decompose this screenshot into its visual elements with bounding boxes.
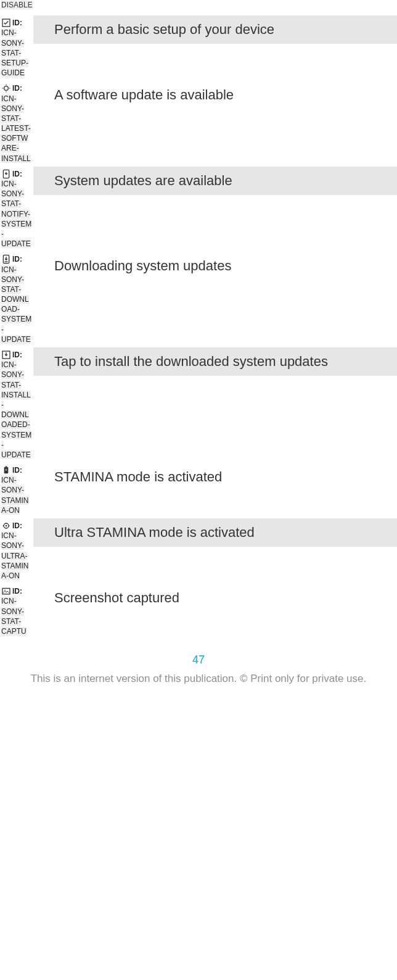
ultra-stamina-icon xyxy=(1,521,11,531)
id-text: ICN-SONY-ULTRA-STAMINA-ON xyxy=(1,531,28,580)
id-text: ICN-SONY-STAT-LATEST-SOFTWARE-INSTALL xyxy=(1,94,31,163)
icon-id-cell: ID: ICN-SONY-STAT-LATEST-SOFTWARE-INSTAL… xyxy=(0,81,33,166)
status-description: Screenshot captured xyxy=(33,584,397,612)
update-sparkle-icon xyxy=(1,83,11,93)
svg-point-10 xyxy=(6,525,7,527)
icon-id-cell: ID: ICN-SONY-STAT-DOWNLOAD-SYSTEM-UPDATE xyxy=(0,252,33,347)
id-label: ID: xyxy=(12,466,22,475)
svg-point-1 xyxy=(4,86,9,91)
id-text: ICN-SONY-STAT-DOWNLOAD-SYSTEM-UPDATE xyxy=(1,265,31,344)
id-label: ID: xyxy=(12,170,22,178)
id-label: ID: xyxy=(12,19,22,27)
id-text: DISABLE xyxy=(1,1,33,9)
icon-id-cell: ID: ICN-SONY-ULTRA-STAMINA-ON xyxy=(0,518,33,583)
id-text: ICN-SONY-STAT-INSTALL-DOWNLOADED-SYSTEM-… xyxy=(1,360,31,459)
screenshot-icon xyxy=(1,586,11,596)
status-row: ID: ICN-SONY-ULTRA-STAMINA-ON Ultra STAM… xyxy=(0,518,397,583)
id-label: ID: xyxy=(12,255,22,264)
status-description: A software update is available xyxy=(33,81,397,109)
status-row: ID: ICN-SONY-STAT-NOTIFY-SYSTEM-UPDATE S… xyxy=(0,166,397,252)
icon-id-cell: ID: ICN-SONY-STAT-CAPTU xyxy=(0,584,33,639)
footer-disclaimer: This is an internet version of this publ… xyxy=(0,673,397,685)
id-label: ID: xyxy=(12,351,22,359)
status-description: Downloading system updates xyxy=(33,252,397,280)
page-number: 47 xyxy=(0,654,397,666)
icon-id-cell: ID: ICN-SONY-STAT-NOTIFY-SYSTEM-UPDATE xyxy=(0,167,33,252)
status-row: ID: ICN-SONY-STAT-CAPTU Screenshot captu… xyxy=(0,583,397,639)
svg-point-12 xyxy=(4,589,6,591)
check-box-icon xyxy=(1,18,11,28)
icon-id-cell: ID: ICN-SONY-STAT-INSTALL-DOWNLOADED-SYS… xyxy=(0,347,33,462)
id-text: ICN-SONY-STAT-NOTIFY-SYSTEM-UPDATE xyxy=(1,180,31,248)
id-label: ID: xyxy=(12,521,22,530)
status-description: Ultra STAMINA mode is activated xyxy=(33,518,397,547)
stamina-icon: + xyxy=(1,465,11,475)
install-downloaded-icon xyxy=(1,350,11,360)
status-description: Tap to install the downloaded system upd… xyxy=(33,347,397,376)
svg-text:+: + xyxy=(5,468,7,472)
status-description: System updates are available xyxy=(33,167,397,195)
id-label: ID: xyxy=(12,84,22,93)
svg-rect-11 xyxy=(2,588,10,594)
status-row: ID: ICN-SONY-STAT-DOWNLOAD-SYSTEM-UPDATE… xyxy=(0,251,397,347)
status-description: Perform a basic setup of your device xyxy=(33,15,397,44)
icon-id-cell: + ID: ICN-SONY-STAMINA-ON xyxy=(0,463,33,518)
id-text: ICN-SONY-STAT-CAPTU xyxy=(1,597,27,636)
id-text: ICN-SONY-STAT-SETUP-GUIDE xyxy=(1,28,28,77)
icon-id-cell: ID: ICN-SONY-STAT-SETUP-GUIDE xyxy=(0,15,33,80)
status-icons-table: ID: ICN-SONY-STAT-SETUP-GUIDE Perform a … xyxy=(0,15,397,639)
status-row: ID: ICN-SONY-STAT-LATEST-SOFTWARE-INSTAL… xyxy=(0,80,397,166)
status-row: ID: ICN-SONY-STAT-INSTALL-DOWNLOADED-SYS… xyxy=(0,347,397,462)
id-text: ICN-SONY-STAMINA-ON xyxy=(1,476,28,515)
system-update-available-icon xyxy=(1,169,11,179)
previous-row-id-fragment: DISABLE xyxy=(0,0,36,15)
status-row: + ID: ICN-SONY-STAMINA-ON STAMINA mode i… xyxy=(0,462,397,518)
downloading-update-icon xyxy=(1,254,11,264)
id-label: ID: xyxy=(12,587,22,596)
status-row: ID: ICN-SONY-STAT-SETUP-GUIDE Perform a … xyxy=(0,15,397,80)
svg-rect-7 xyxy=(6,466,7,467)
status-description: STAMINA mode is activated xyxy=(33,463,397,491)
